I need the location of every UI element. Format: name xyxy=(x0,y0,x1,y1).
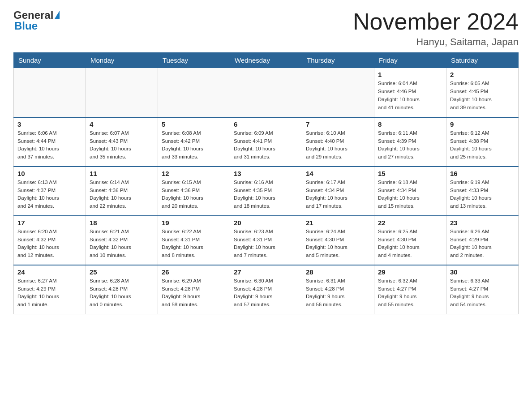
table-row: 9Sunrise: 6:12 AMSunset: 4:38 PMDaylight… xyxy=(446,117,519,167)
day-info: Sunrise: 6:10 AMSunset: 4:40 PMDaylight:… xyxy=(306,129,370,161)
day-number: 23 xyxy=(450,219,515,227)
day-info: Sunrise: 6:05 AMSunset: 4:45 PMDaylight:… xyxy=(450,80,515,111)
day-number: 2 xyxy=(450,71,515,78)
table-row: 30Sunrise: 6:33 AMSunset: 4:27 PMDayligh… xyxy=(446,265,519,314)
day-info: Sunrise: 6:23 AMSunset: 4:31 PMDaylight:… xyxy=(234,228,298,260)
table-row: 12Sunrise: 6:15 AMSunset: 4:36 PMDayligh… xyxy=(158,167,230,216)
day-number: 24 xyxy=(17,268,82,276)
day-number: 27 xyxy=(234,268,298,276)
day-info: Sunrise: 6:28 AMSunset: 4:28 PMDaylight:… xyxy=(90,277,154,309)
table-row: 7Sunrise: 6:10 AMSunset: 4:40 PMDaylight… xyxy=(302,117,374,167)
table-row: 1Sunrise: 6:04 AMSunset: 4:46 PMDaylight… xyxy=(374,68,446,117)
table-row xyxy=(86,68,158,117)
day-number: 18 xyxy=(90,219,154,227)
table-row: 8Sunrise: 6:11 AMSunset: 4:39 PMDaylight… xyxy=(374,117,446,167)
location-title: Hanyu, Saitama, Japan xyxy=(353,36,519,48)
day-number: 13 xyxy=(234,170,298,177)
day-number: 19 xyxy=(162,219,226,227)
day-info: Sunrise: 6:19 AMSunset: 4:33 PMDaylight:… xyxy=(450,179,515,210)
day-info: Sunrise: 6:25 AMSunset: 4:30 PMDaylight:… xyxy=(378,228,442,260)
day-info: Sunrise: 6:15 AMSunset: 4:36 PMDaylight:… xyxy=(162,179,226,210)
day-info: Sunrise: 6:29 AMSunset: 4:28 PMDaylight:… xyxy=(162,277,226,309)
table-row: 22Sunrise: 6:25 AMSunset: 4:30 PMDayligh… xyxy=(374,216,446,265)
table-row: 15Sunrise: 6:18 AMSunset: 4:34 PMDayligh… xyxy=(374,167,446,216)
calendar-week-row: 24Sunrise: 6:27 AMSunset: 4:29 PMDayligh… xyxy=(14,265,519,314)
table-row xyxy=(230,68,302,117)
day-number: 29 xyxy=(378,268,442,276)
day-info: Sunrise: 6:21 AMSunset: 4:32 PMDaylight:… xyxy=(90,228,154,260)
table-row: 20Sunrise: 6:23 AMSunset: 4:31 PMDayligh… xyxy=(230,216,302,265)
header-friday: Friday xyxy=(374,53,446,68)
header-saturday: Saturday xyxy=(446,53,519,68)
day-number: 3 xyxy=(17,120,82,128)
day-number: 10 xyxy=(17,170,82,177)
table-row: 5Sunrise: 6:08 AMSunset: 4:42 PMDaylight… xyxy=(158,117,230,167)
day-info: Sunrise: 6:24 AMSunset: 4:30 PMDaylight:… xyxy=(306,228,370,260)
day-info: Sunrise: 6:26 AMSunset: 4:29 PMDaylight:… xyxy=(450,228,515,260)
calendar-header-row: Sunday Monday Tuesday Wednesday Thursday… xyxy=(14,53,519,68)
table-row xyxy=(14,68,86,117)
calendar-week-row: 10Sunrise: 6:13 AMSunset: 4:37 PMDayligh… xyxy=(14,167,519,216)
page-header: General Blue November 2024 Hanyu, Saitam… xyxy=(13,9,519,48)
calendar-week-row: 17Sunrise: 6:20 AMSunset: 4:32 PMDayligh… xyxy=(14,216,519,265)
table-row: 10Sunrise: 6:13 AMSunset: 4:37 PMDayligh… xyxy=(14,167,86,216)
header-thursday: Thursday xyxy=(302,53,374,68)
table-row xyxy=(158,68,230,117)
day-number: 11 xyxy=(90,170,154,177)
table-row xyxy=(302,68,374,117)
day-info: Sunrise: 6:17 AMSunset: 4:34 PMDaylight:… xyxy=(306,179,370,210)
table-row: 26Sunrise: 6:29 AMSunset: 4:28 PMDayligh… xyxy=(158,265,230,314)
day-number: 21 xyxy=(306,219,370,227)
day-number: 1 xyxy=(378,71,442,78)
table-row: 18Sunrise: 6:21 AMSunset: 4:32 PMDayligh… xyxy=(86,216,158,265)
day-info: Sunrise: 6:16 AMSunset: 4:35 PMDaylight:… xyxy=(234,179,298,210)
header-sunday: Sunday xyxy=(14,53,86,68)
day-number: 15 xyxy=(378,170,442,177)
title-section: November 2024 Hanyu, Saitama, Japan xyxy=(353,9,519,48)
calendar-week-row: 1Sunrise: 6:04 AMSunset: 4:46 PMDaylight… xyxy=(14,68,519,117)
day-info: Sunrise: 6:11 AMSunset: 4:39 PMDaylight:… xyxy=(378,129,442,161)
day-number: 9 xyxy=(450,120,515,128)
day-info: Sunrise: 6:12 AMSunset: 4:38 PMDaylight:… xyxy=(450,129,515,161)
day-info: Sunrise: 6:18 AMSunset: 4:34 PMDaylight:… xyxy=(378,179,442,210)
logo-triangle-icon xyxy=(55,11,60,19)
table-row: 4Sunrise: 6:07 AMSunset: 4:43 PMDaylight… xyxy=(86,117,158,167)
day-number: 14 xyxy=(306,170,370,177)
day-number: 4 xyxy=(90,120,154,128)
table-row: 23Sunrise: 6:26 AMSunset: 4:29 PMDayligh… xyxy=(446,216,519,265)
table-row: 11Sunrise: 6:14 AMSunset: 4:36 PMDayligh… xyxy=(86,167,158,216)
day-info: Sunrise: 6:04 AMSunset: 4:46 PMDaylight:… xyxy=(378,80,442,111)
day-number: 6 xyxy=(234,120,298,128)
day-info: Sunrise: 6:06 AMSunset: 4:44 PMDaylight:… xyxy=(17,129,82,161)
day-number: 20 xyxy=(234,219,298,227)
day-info: Sunrise: 6:22 AMSunset: 4:31 PMDaylight:… xyxy=(162,228,226,260)
day-number: 16 xyxy=(450,170,515,177)
day-number: 17 xyxy=(17,219,82,227)
day-number: 12 xyxy=(162,170,226,177)
day-number: 26 xyxy=(162,268,226,276)
table-row: 21Sunrise: 6:24 AMSunset: 4:30 PMDayligh… xyxy=(302,216,374,265)
month-title: November 2024 xyxy=(353,9,519,34)
day-info: Sunrise: 6:27 AMSunset: 4:29 PMDaylight:… xyxy=(17,277,82,309)
header-monday: Monday xyxy=(86,53,158,68)
table-row: 14Sunrise: 6:17 AMSunset: 4:34 PMDayligh… xyxy=(302,167,374,216)
logo: General Blue xyxy=(13,9,60,32)
table-row: 24Sunrise: 6:27 AMSunset: 4:29 PMDayligh… xyxy=(14,265,86,314)
day-number: 8 xyxy=(378,120,442,128)
table-row: 2Sunrise: 6:05 AMSunset: 4:45 PMDaylight… xyxy=(446,68,519,117)
table-row: 25Sunrise: 6:28 AMSunset: 4:28 PMDayligh… xyxy=(86,265,158,314)
day-number: 30 xyxy=(450,268,515,276)
day-info: Sunrise: 6:07 AMSunset: 4:43 PMDaylight:… xyxy=(90,129,154,161)
day-info: Sunrise: 6:31 AMSunset: 4:28 PMDaylight:… xyxy=(306,277,370,309)
day-info: Sunrise: 6:30 AMSunset: 4:28 PMDaylight:… xyxy=(234,277,298,309)
day-info: Sunrise: 6:08 AMSunset: 4:42 PMDaylight:… xyxy=(162,129,226,161)
day-number: 28 xyxy=(306,268,370,276)
table-row: 19Sunrise: 6:22 AMSunset: 4:31 PMDayligh… xyxy=(158,216,230,265)
table-row: 13Sunrise: 6:16 AMSunset: 4:35 PMDayligh… xyxy=(230,167,302,216)
day-info: Sunrise: 6:13 AMSunset: 4:37 PMDaylight:… xyxy=(17,179,82,210)
day-number: 5 xyxy=(162,120,226,128)
table-row: 17Sunrise: 6:20 AMSunset: 4:32 PMDayligh… xyxy=(14,216,86,265)
table-row: 16Sunrise: 6:19 AMSunset: 4:33 PMDayligh… xyxy=(446,167,519,216)
calendar-week-row: 3Sunrise: 6:06 AMSunset: 4:44 PMDaylight… xyxy=(14,117,519,167)
day-number: 7 xyxy=(306,120,370,128)
